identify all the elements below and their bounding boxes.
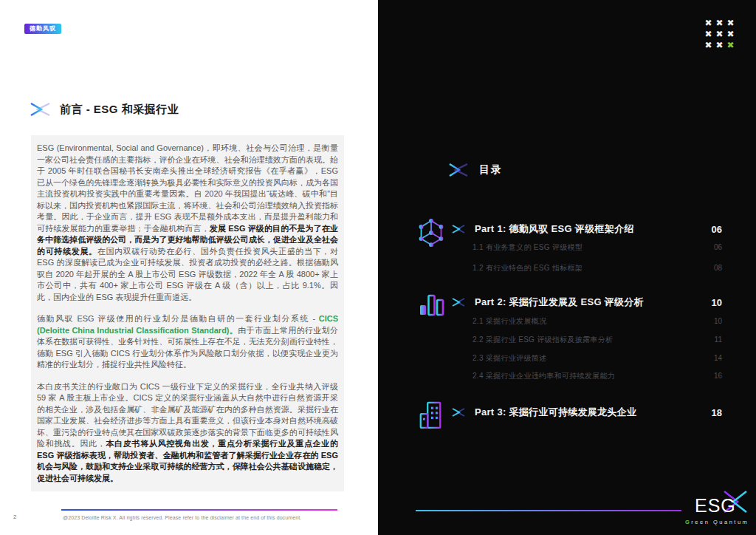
building-icon (418, 400, 443, 429)
chevrons-marker-icon (452, 407, 465, 418)
toc-item-2-4[interactable]: 2.4 采掘行业企业违约率和可持续发展能力 16 (472, 371, 722, 381)
toc-section-part1[interactable]: Part 1: 德勤风驭 ESG 评级框架介绍 06 (452, 222, 722, 236)
x-mark-icon: ✖ (703, 40, 714, 51)
toc-section-title: Part 1: 德勤风驭 ESG 评级框架介绍 (475, 222, 702, 236)
x-mark-icon: ✖ (725, 29, 736, 40)
esg-logo-text: ESG (695, 495, 736, 517)
x-mark-icon: ✖ (703, 18, 714, 29)
toc-heading-row: 目录 (448, 163, 503, 177)
paragraph-3: 本白皮书关注的行业敞口为 CICS 一级行业下定义的采掘行业，全行业共纳入评级 … (37, 381, 338, 485)
toc-section-part3[interactable]: Part 3: 采掘行业可持续发展龙头企业 18 (452, 406, 722, 419)
toc-section-page: 10 (712, 297, 722, 308)
toc-item-1-1[interactable]: 1.1 有业务意义的 ESG 评级模型 06 (472, 242, 722, 253)
paragraph-1: ESG (Environmental, Social and Governanc… (37, 143, 338, 303)
brand-chevrons-icon (30, 101, 52, 117)
x-mark-icon: ✖ (714, 40, 725, 51)
copyright-note: @2023 Deloitte Risk X. All rights reserv… (63, 515, 301, 520)
footer-gradient-line-right (416, 510, 681, 511)
toc-item-2-3[interactable]: 2.3 采掘行业评级简述 14 (472, 353, 722, 364)
page-title: 前言 - ESG 和采掘行业 (60, 103, 179, 117)
toc-section-title: Part 3: 采掘行业可持续发展龙头企业 (475, 406, 702, 419)
x-mark-icon: ✖ (725, 18, 736, 29)
brand-x-grid-logo: ✖ ✖ ✖ ✖ ✖ ✖ ✖ ✖ ✖ (703, 18, 736, 51)
x-mark-icon: ✖ (703, 29, 714, 40)
x-mark-icon-green: ✖ (725, 40, 736, 51)
bar-chart-icon (418, 291, 444, 318)
whitepaper-page: 德勤风驭 前言 - ESG 和采掘行业 ESG (Environmental, … (0, 0, 756, 535)
toc-title: 目录 (479, 163, 503, 177)
x-mark-icon: ✖ (714, 18, 725, 29)
green-quantum-label: Green Quantum (685, 519, 749, 525)
toc-item-2-1[interactable]: 2.1 采掘行业发展概况 10 (472, 316, 722, 327)
x-mark-icon: ✖ (714, 29, 725, 40)
chevrons-marker-icon (452, 224, 465, 234)
toc-section-part2[interactable]: Part 2: 采掘行业发展及 ESG 评级分析 10 (452, 296, 722, 309)
page-number: 2 (13, 514, 16, 520)
preface-title-row: 前言 - ESG 和采掘行业 (30, 101, 179, 117)
toc-section-page: 18 (712, 407, 722, 418)
paragraph-2: 德勤风驭 ESG 评级使用的行业划分是德勤自研的一套行业划分系统 - CICS … (37, 313, 338, 371)
toc-item-1-2[interactable]: 1.2 有行业特色的 ESG 指标框架 08 (472, 263, 722, 273)
toc-section-page: 06 (712, 224, 722, 235)
cube-network-icon (418, 217, 444, 248)
chevrons-marker-icon (452, 297, 465, 307)
preface-body: ESG (Environmental, Social and Governanc… (31, 135, 344, 491)
brand-chevrons-icon (448, 163, 469, 177)
toc-item-2-2[interactable]: 2.2 采掘行业 ESG 评级指标及披露率分析 11 (472, 335, 722, 345)
footer-gradient-line-left (61, 509, 337, 511)
toc-section-title: Part 2: 采掘行业发展及 ESG 评级分析 (475, 296, 702, 309)
deloitte-riskx-badge: 德勤风驭 (24, 24, 61, 34)
